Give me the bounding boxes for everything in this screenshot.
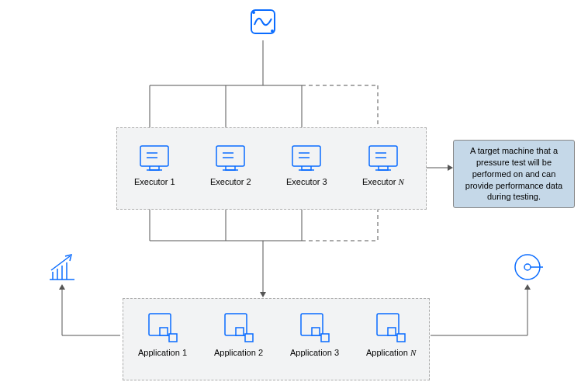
metrics-icon	[47, 252, 78, 283]
application-n: Application N	[366, 312, 416, 357]
controller-icon	[247, 6, 278, 37]
architecture-diagram: Executor 1 Executor 2 Executor 3	[0, 0, 588, 389]
svg-rect-51	[236, 328, 244, 335]
application-1: Application 1	[138, 312, 187, 357]
monitor-icon	[291, 144, 322, 172]
svg-rect-54	[312, 328, 320, 335]
app-icon	[299, 312, 330, 343]
svg-rect-49	[169, 334, 177, 342]
svg-point-21	[252, 11, 255, 14]
arrow	[260, 292, 266, 297]
executor-1: Executor 1	[134, 144, 175, 186]
svg-rect-23	[140, 146, 168, 166]
application-label: Application 3	[290, 348, 339, 357]
svg-rect-57	[388, 328, 396, 335]
svg-rect-27	[216, 146, 244, 166]
arrow	[59, 284, 65, 290]
monitor-icon	[215, 144, 246, 172]
svg-rect-48	[160, 328, 168, 335]
executor-2: Executor 2	[210, 144, 251, 186]
svg-rect-35	[369, 146, 397, 166]
app-icon	[223, 312, 254, 343]
svg-point-22	[271, 30, 274, 33]
executor-label: Executor 1	[134, 177, 175, 186]
svg-rect-52	[245, 334, 253, 342]
executor-label: Executor N	[362, 177, 404, 186]
app-icon	[147, 312, 178, 343]
executor-label: Executor 2	[210, 177, 251, 186]
svg-rect-31	[292, 146, 320, 166]
executor-3: Executor 3	[286, 144, 327, 186]
monitoring-icon	[512, 252, 543, 283]
arrow	[448, 165, 453, 171]
arrow	[524, 284, 531, 290]
executor-label: Executor 3	[286, 177, 327, 186]
application-label: Application 2	[214, 348, 263, 357]
application-label: Application N	[366, 348, 416, 357]
waveform-chip-icon	[247, 6, 278, 37]
application-3: Application 3	[290, 312, 339, 357]
monitor-icon	[139, 144, 170, 172]
executor-n: Executor N	[362, 144, 404, 186]
monitor-icon	[368, 144, 399, 172]
svg-point-45	[524, 264, 531, 270]
executor-callout: A target machine that a pressure test wi…	[453, 140, 575, 208]
svg-rect-55	[321, 334, 329, 342]
gauge-icon	[512, 252, 543, 283]
application-2: Application 2	[214, 312, 263, 357]
application-label: Application 1	[138, 348, 187, 357]
growth-chart-icon	[47, 252, 78, 283]
app-icon	[375, 312, 406, 343]
svg-rect-58	[397, 334, 405, 342]
